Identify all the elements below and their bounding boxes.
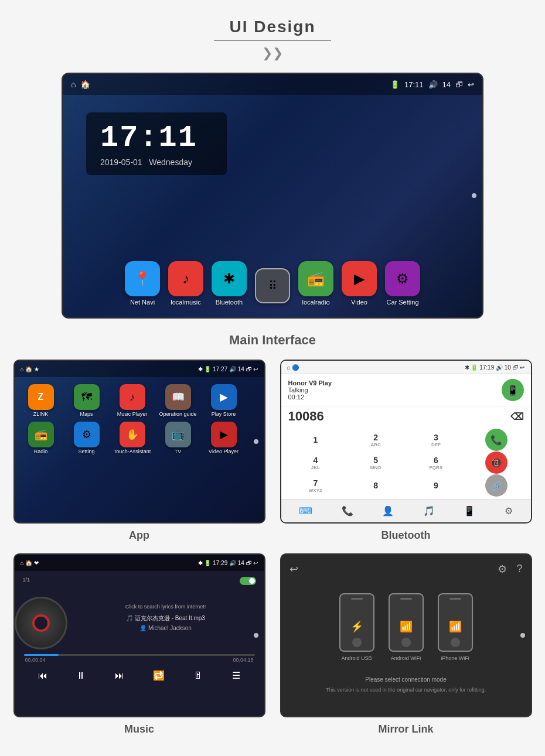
music-artist: 👤 Michael Jackson [72,625,260,631]
bt-key-6[interactable]: 6PQRS [406,451,466,474]
bt-battery: 10 [505,364,511,371]
bt-key-9[interactable]: 9 [406,474,466,497]
iphone-wifi-phone[interactable]: 📶 iPhone WiFi [438,593,473,661]
sub-app-touch[interactable]: ✋ Touch-Assistant [112,422,153,454]
mirror-help-icon[interactable]: ? [516,563,522,576]
mirror-screen-container: ↩ ⚙ ? ⚡ Android USB 📶 Android Wi [278,553,533,736]
bt-backspace[interactable]: ⌫ [510,411,524,422]
main-screen-container: ⌂ 🏠 🔋 17:11 🔊 14 🗗 ↩ 17:11 2019-05-01 [62,73,483,319]
album-art [32,614,50,632]
battery-level: 14 [442,80,451,89]
music-time-status: 17:29 [213,560,227,566]
localradio-label: localradio [302,299,329,306]
bt-keypad-icon[interactable]: ⌨ [294,503,317,519]
clock-date: 2019-05-01 Wednesday [100,158,213,167]
sub-app-setting[interactable]: ⚙ Setting [66,422,107,454]
back-icon[interactable]: ↩ [468,80,474,89]
music-main-area: Click to search lyrics from internet! 🎵 … [15,585,264,649]
music-play-btn[interactable]: ⏸ [76,671,86,681]
music-song-title: 🎵 迈克尔杰克逊 - Beat It.mp3 [72,614,260,622]
home-icon[interactable]: ⌂ [71,80,76,89]
sub-app-video[interactable]: ▶ Video Player [203,422,244,454]
music-player-icon: ♪ [120,384,145,410]
mirror-message: Please select connection mode [289,675,523,684]
house-icon[interactable]: 🏠 [80,80,90,89]
sub-app-zlink[interactable]: Z ZLINK [21,384,62,417]
music-text-area: Click to search lyrics from internet! 🎵 … [67,585,264,649]
music-eq-btn[interactable]: 🎚 [193,671,203,681]
music-status-bar: ⌂ 🏠 ❤ ✱ 🔋 17:29 🔊 14 🗗 ↩ [15,555,264,571]
app-localmusic[interactable]: ♪ localmusic [168,261,203,306]
bt-key-2[interactable]: 2ABC [346,429,406,451]
app-screen-container: ⌂ 🏠 ★ ✱ 🔋 17:27 🔊 14 🗗 ↩ Z ZLINK 🗺 Maps … [12,360,267,542]
bt-caller-status: Talking [288,386,332,394]
bt-link-btn[interactable]: 🔗 [466,474,526,497]
sub-app-radio[interactable]: 📻 Radio [21,422,62,454]
bt-key-5[interactable]: 5MNO [346,451,406,474]
bt-status-right: ✱ 🔋 17:19 🔊 10 🗗 ↩ [465,364,525,371]
bt-hangup-btn[interactable]: 📵 [466,451,526,474]
music-next-btn[interactable]: ⏭ [115,671,124,681]
localmusic-label: localmusic [171,299,200,306]
usb-icon: ⚡ [350,620,363,633]
localmusic-icon: ♪ [168,261,203,296]
sub-app-music-player[interactable]: ♪ Music Player [112,384,153,417]
mirror-back-icon[interactable]: ↩ [289,563,298,576]
grid-icon: ⠿ [255,268,290,303]
chevron-icon: ❯❯ [262,46,283,61]
music-list-btn[interactable]: ☰ [232,670,240,681]
music-repeat-btn[interactable]: 🔁 [153,670,165,681]
sub-app-operation[interactable]: 📖 Operation guide [158,384,199,417]
radio-label: Radio [34,449,48,454]
music-prev-btn[interactable]: ⏮ [38,671,47,681]
bt-call-icon[interactable]: 📞 [337,503,358,519]
mirror-screen: ↩ ⚙ ? ⚡ Android USB 📶 Android Wi [280,553,532,717]
app-video[interactable]: ▶ Video [342,261,377,306]
music-progress-bar[interactable] [24,654,255,656]
bluetooth-label: Bluetooth [216,299,243,306]
car-setting-label: Car Setting [386,299,418,306]
music-screen: ⌂ 🏠 ❤ ✱ 🔋 17:29 🔊 14 🗗 ↩ 1/1 Click to se… [13,553,265,717]
mirror-settings-icon[interactable]: ⚙ [498,563,507,576]
sub-app-play-store[interactable]: ▶ Play Store [203,384,244,417]
music-scroll-dot [254,633,258,638]
android-wifi-phone[interactable]: 📶 Android WiFi [389,593,424,661]
bt-settings-icon[interactable]: ⚙ [500,503,517,519]
iphone-wifi-label: iPhone WiFi [441,655,469,661]
bt-key-3[interactable]: 3DEF [406,429,466,451]
volume-icon: 🔊 [428,80,438,89]
bt-answer-btn[interactable]: 📞 [466,429,526,451]
android-usb-phone[interactable]: ⚡ Android USB [339,593,374,661]
sub-screens-grid: ⌂ 🏠 ★ ✱ 🔋 17:27 🔊 14 🗗 ↩ Z ZLINK 🗺 Maps … [12,360,533,736]
music-lyrics-hint[interactable]: Click to search lyrics from internet! [72,604,260,610]
app-grid[interactable]: ⠿ [255,268,290,306]
video-icon: ▶ [342,261,377,296]
app-scroll-dot [254,439,258,444]
bt-key-1[interactable]: 1 [286,429,346,451]
bt-number-display: 10086 ⌫ [281,406,531,426]
bt-key-8[interactable]: 8 [346,474,406,497]
bt-music-icon[interactable]: 🎵 [418,503,440,519]
app-car-setting[interactable]: ⚙ Car Setting [385,261,420,306]
operation-label: Operation guide [159,411,196,417]
bt-key-7[interactable]: 7WXYZ [286,474,346,497]
music-player-label: Music Player [117,411,148,417]
window-icon: 🗗 [455,80,463,89]
sub-app-tv[interactable]: 📺 TV [158,422,199,454]
app-battery: 14 [238,366,244,372]
bt-key-4[interactable]: 4JKL [286,451,346,474]
bluetooth-icon: ✱ [212,261,247,296]
sub-app-maps[interactable]: 🗺 Maps [66,384,107,417]
car-setting-icon: ⚙ [385,261,420,296]
bt-bottom-bar: ⌨ 📞 👤 🎵 📱 ⚙ [281,499,531,522]
zlink-icon: Z [28,384,54,410]
bt-call-btn[interactable]: 📱 [502,379,524,401]
bt-phone-icon[interactable]: 📱 [459,503,480,519]
clock-time: 17:11 [100,121,213,155]
app-bluetooth[interactable]: ✱ Bluetooth [212,261,247,306]
app-label: App [129,529,149,542]
app-net-navi[interactable]: 📍 Net Navi [125,261,160,306]
app-localradio[interactable]: 📻 localradio [298,261,333,306]
bt-contacts-icon[interactable]: 👤 [377,503,398,519]
music-album [15,597,67,649]
